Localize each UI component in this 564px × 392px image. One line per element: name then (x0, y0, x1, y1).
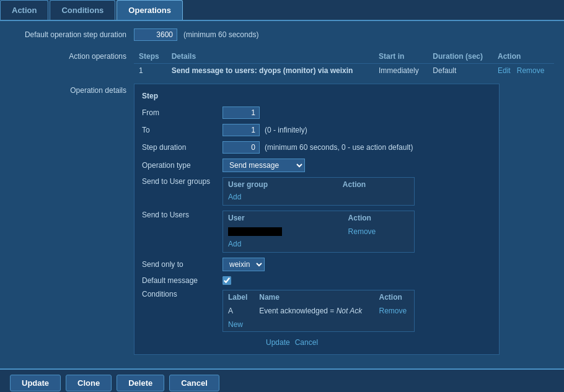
table-row: 1 Send message to users: dyops (monitor)… (134, 64, 554, 78)
cond-col-action: Action (374, 290, 414, 304)
step-duration-hint: (minimum 60 seconds, 0 - use action defa… (265, 143, 413, 152)
conditions-new-link[interactable]: New (228, 320, 243, 329)
conditions-new-row: New (223, 318, 414, 331)
users-row: Send to Users User Action (142, 211, 491, 253)
u-col-user: User (223, 211, 343, 225)
row-duration: Default (428, 64, 493, 78)
default-message-label: Default message (142, 276, 223, 285)
detail-cancel-link[interactable]: Cancel (295, 338, 318, 347)
operation-type-label: Operation type (142, 161, 223, 170)
user-groups-table-wrapper: User group Action Add (223, 177, 415, 206)
to-hint: (0 - infinitely) (265, 126, 307, 134)
to-label: To (142, 126, 223, 134)
send-only-to-select[interactable]: weixin Email SMS (223, 258, 265, 271)
to-row: To (0 - infinitely) (142, 124, 491, 136)
user-groups-table: User group Action Add (223, 178, 414, 205)
operation-type-row: Operation type Send message Remote comma… (142, 159, 491, 172)
main-content: Default operation step duration (minimum… (0, 21, 564, 368)
action-operations-content: Steps Details Start in Duration (sec) Ac… (134, 50, 554, 77)
delete-button[interactable]: Delete (117, 375, 164, 391)
user-groups-add-link[interactable]: Add (228, 193, 241, 201)
step-duration-input[interactable] (223, 141, 260, 154)
action-operations-label: Action operations (10, 50, 134, 61)
action-operations-section: Action operations Steps Details Start in… (10, 50, 554, 77)
operations-table: Steps Details Start in Duration (sec) Ac… (134, 50, 554, 77)
row-start-in: Immediately (374, 64, 428, 78)
update-button[interactable]: Update (10, 375, 61, 391)
cond-remove-link[interactable]: Remove (379, 307, 407, 315)
user-groups-add-row: Add (223, 191, 414, 205)
cond-action: Remove (374, 304, 414, 318)
conditions-table-wrapper: Label Name Action A Event acknowledged =… (223, 290, 415, 332)
conditions-label: Conditions (142, 290, 223, 298)
row-actions: Edit Remove (493, 64, 554, 78)
user-groups-row: Send to User groups User group Action (142, 177, 491, 206)
duration-row: Default operation step duration (minimum… (10, 28, 554, 41)
tab-conditions[interactable]: Conditions (50, 0, 115, 20)
from-row: From (142, 107, 491, 119)
operation-details-label: Operation details (10, 84, 134, 95)
remove-link[interactable]: Remove (517, 66, 545, 75)
detail-actions: Update Cancel (266, 338, 491, 347)
table-row: Remove (223, 225, 414, 238)
col-duration: Duration (sec) (428, 50, 493, 64)
cond-col-label: Label (223, 290, 254, 304)
row-details: Send message to users: dyops (monitor) v… (167, 64, 374, 78)
from-input[interactable] (223, 107, 260, 119)
send-only-to-label: Send only to (142, 260, 223, 269)
users-add-link[interactable]: Add (228, 240, 241, 248)
tab-action[interactable]: Action (0, 0, 48, 20)
step-duration-row: Step duration (minimum 60 seconds, 0 - u… (142, 141, 491, 154)
bottom-bar: Update Clone Delete Cancel (0, 368, 564, 392)
edit-link[interactable]: Edit (498, 66, 511, 75)
user-remove-link[interactable]: Remove (348, 227, 376, 236)
col-action: Action (493, 50, 554, 64)
send-only-to-row: Send only to weixin Email SMS (142, 258, 491, 271)
cond-name: Event acknowledged = Not Ack (254, 304, 374, 318)
tab-operations[interactable]: Operations (117, 0, 183, 20)
col-details: Details (167, 50, 374, 64)
conditions-table: Label Name Action A Event acknowledged =… (223, 290, 414, 331)
users-label: Send to Users (142, 211, 223, 219)
user-redacted (228, 227, 282, 236)
duration-input[interactable] (134, 28, 177, 41)
step-duration-label: Step duration (142, 143, 223, 152)
col-start-in: Start in (374, 50, 428, 64)
users-table-wrapper: User Action Remove (223, 211, 415, 253)
operation-type-select[interactable]: Send message Remote command (223, 159, 305, 172)
row-steps: 1 (134, 64, 167, 78)
duration-label: Default operation step duration (10, 30, 134, 39)
detail-update-link[interactable]: Update (266, 338, 290, 347)
user-action: Remove (343, 225, 414, 238)
u-col-action: Action (343, 211, 414, 225)
default-message-row: Default message (142, 276, 491, 285)
to-input[interactable] (223, 124, 260, 136)
from-label: From (142, 108, 223, 117)
operation-details-section: Operation details Step From To (0 - infi… (10, 84, 554, 355)
table-row: A Event acknowledged = Not Ack Remove (223, 304, 414, 318)
users-add-row: Add (223, 238, 414, 252)
step-heading: Step (142, 92, 491, 100)
default-message-checkbox[interactable] (223, 276, 231, 285)
cancel-button[interactable]: Cancel (169, 375, 219, 391)
cond-label: A (223, 304, 254, 318)
operation-details-box: Step From To (0 - infinitely) Step durat… (134, 84, 500, 355)
duration-hint: (minimum 60 seconds) (183, 30, 258, 39)
ug-col-group: User group (223, 178, 338, 191)
tab-bar: Action Conditions Operations (0, 0, 564, 21)
users-table: User Action Remove (223, 211, 414, 252)
ug-col-action: Action (338, 178, 414, 191)
user-groups-label: Send to User groups (142, 177, 223, 186)
conditions-row: Conditions Label Name Action A (142, 290, 491, 332)
cond-col-name: Name (254, 290, 374, 304)
col-steps: Steps (134, 50, 167, 64)
user-name (223, 225, 343, 238)
clone-button[interactable]: Clone (66, 375, 112, 391)
